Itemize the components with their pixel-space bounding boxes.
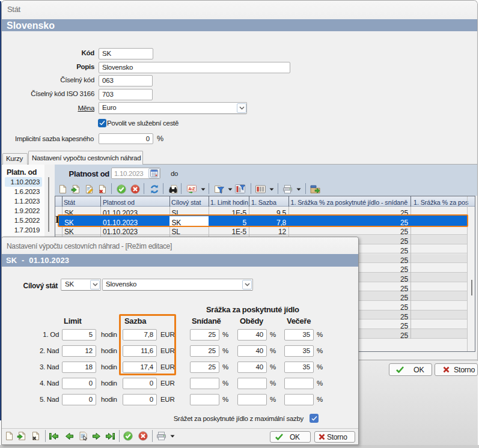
svg-text:Z: Z (192, 186, 195, 192)
svg-text:A: A (188, 186, 192, 192)
